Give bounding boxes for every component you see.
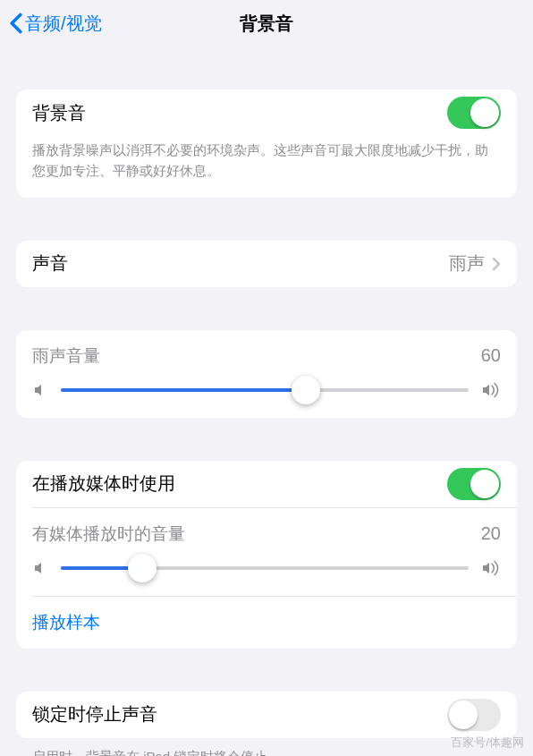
back-label: 音频/视觉: [25, 12, 102, 36]
primary-volume-slider[interactable]: [61, 388, 469, 392]
background-sound-row: 背景音: [16, 89, 517, 136]
background-sound-description: 播放背景噪声以消弭不必要的环境杂声。这些声音可最大限度地减少干扰，助您更加专注、…: [16, 136, 517, 198]
media-playback-section: 在播放媒体时使用 有媒体播放时的音量 20: [16, 461, 517, 649]
media-volume-label: 有媒体播放时的音量: [32, 522, 185, 546]
chevron-right-icon: [492, 257, 501, 271]
volume-max-icon: [481, 560, 501, 576]
media-toggle-label: 在播放媒体时使用: [32, 471, 175, 496]
background-sound-label: 背景音: [32, 101, 86, 125]
navbar: 音频/视觉 背景音: [0, 0, 533, 47]
sound-selection-label: 声音: [32, 251, 68, 276]
primary-volume-section: 雨声音量 60: [16, 330, 517, 418]
back-button[interactable]: 音频/视觉: [9, 12, 102, 36]
lock-toggle-label: 锁定时停止声音: [32, 702, 157, 726]
lock-toggle[interactable]: [447, 699, 501, 731]
chevron-left-icon: [9, 13, 23, 34]
media-toggle[interactable]: [447, 468, 501, 500]
sound-selection-value: 雨声: [449, 251, 485, 276]
volume-min-icon: [32, 560, 48, 576]
background-sound-section: 背景音 播放背景噪声以消弭不必要的环境杂声。这些声音可最大限度地减少干扰，助您更…: [16, 89, 517, 198]
lock-section: 锁定时停止声音: [16, 692, 517, 738]
primary-volume-label: 雨声音量: [32, 344, 100, 368]
media-toggle-row: 在播放媒体时使用: [16, 461, 517, 507]
sound-selection-section: 声音 雨声: [16, 241, 517, 287]
play-sample-button[interactable]: 播放样本: [16, 597, 517, 649]
sound-selection-row[interactable]: 声音 雨声: [16, 241, 517, 287]
primary-volume-value: 60: [481, 345, 501, 366]
background-sound-toggle[interactable]: [447, 97, 501, 129]
lock-description: 启用时，背景音在 iPad 锁定时将会停止。: [16, 738, 517, 757]
media-volume-slider[interactable]: [61, 566, 469, 570]
lock-toggle-row: 锁定时停止声音: [16, 692, 517, 738]
media-volume-value: 20: [481, 523, 501, 544]
volume-min-icon: [32, 382, 48, 398]
volume-max-icon: [481, 382, 501, 398]
